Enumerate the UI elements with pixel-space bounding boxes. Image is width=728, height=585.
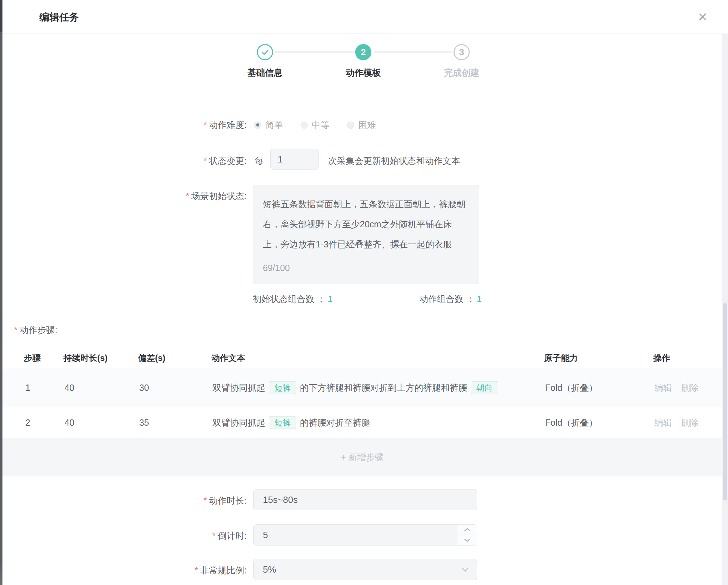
step-label-finish-create: 完成创建 (423, 67, 500, 79)
cell-ability: Fold（折叠） (545, 417, 598, 428)
check-icon (260, 47, 270, 57)
col-header-operation: 操作 (653, 352, 670, 364)
required-asterisk: * (186, 191, 189, 201)
col-header-step: 步骤 (24, 352, 41, 364)
radio-label: 困难 (358, 119, 376, 131)
col-header-deviation: 偏差(s) (138, 352, 165, 364)
unusual-ratio-value: 5% (263, 564, 276, 575)
state-change-prefix: 每 (255, 155, 264, 167)
increase-button[interactable] (457, 525, 477, 535)
chevron-down-icon (464, 538, 470, 542)
radio-simple[interactable]: 简单 (254, 119, 283, 131)
dialog-header (2, 0, 728, 33)
col-header-action-text: 动作文本 (211, 352, 245, 364)
combo-value: 1 (477, 294, 482, 304)
unusual-ratio-select[interactable]: 5% (253, 559, 477, 580)
required-asterisk: * (203, 495, 207, 505)
cell-deviation: 30 (139, 382, 149, 393)
difficulty-label: *动作难度: (106, 119, 247, 131)
state-change-label: *状态变更: (106, 155, 247, 167)
state-change-input[interactable]: 1 (270, 149, 319, 170)
cell-step: 2 (25, 417, 30, 427)
close-icon[interactable]: ✕ (693, 8, 712, 26)
required-asterisk: * (203, 156, 207, 166)
duration-input[interactable]: 15s~80s (253, 489, 477, 510)
init-state-combo-count: 初始状态组合数 ：1 (253, 293, 333, 305)
action-steps-label: *动作步骤: (14, 324, 57, 336)
difficulty-radio-group: 简单 中等 困难 (254, 119, 376, 131)
table-row: 1 40 30 双臂协同抓起 短裤 的下方裤腿和裤腰对折到上方的裤腿和裤腰 朝向… (2, 368, 722, 407)
cell-action-text: 双臂协同抓起 短裤 的下方裤腿和裤腰对折到上方的裤腿和裤腰 朝向 (212, 381, 502, 394)
cell-operations: 编辑 删除 (654, 382, 699, 393)
cell-duration: 40 (64, 417, 74, 427)
scrollbar-thumb[interactable] (723, 303, 727, 500)
radio-hard[interactable]: 困难 (347, 119, 376, 131)
backdrop-page-edge (0, 0, 2, 585)
step-label-basic-info: 基础信息 (226, 67, 304, 79)
countdown-value: 5 (263, 530, 268, 540)
number-spinner (457, 525, 477, 545)
char-counter: 69/100 (263, 258, 290, 278)
edit-link[interactable]: 编辑 (654, 382, 672, 393)
delete-link[interactable]: 删除 (681, 417, 699, 428)
required-asterisk: * (195, 565, 198, 575)
cell-duration: 40 (64, 382, 74, 393)
delete-link[interactable]: 删除 (681, 382, 699, 393)
col-header-ability: 原子能力 (544, 352, 578, 364)
cell-operations: 编辑 删除 (654, 417, 699, 428)
stepper-connector (374, 51, 452, 53)
radio-circle (347, 122, 354, 129)
orientation-tag: 朝向 (471, 381, 498, 394)
countdown-number-input[interactable]: 5 (253, 524, 477, 546)
step-2-active-circle: 2 (355, 44, 371, 60)
radio-label: 中等 (312, 119, 329, 131)
countdown-label: *倒计时: (106, 530, 247, 542)
action-combo-count: 动作组合数 ：1 (419, 293, 482, 305)
cell-action-text: 双臂协同抓起 短裤 的裤腰对折至裤腿 (212, 416, 370, 429)
chevron-down-icon (461, 565, 470, 574)
decrease-button[interactable] (457, 535, 477, 545)
step-1-done-circle (257, 44, 273, 60)
edit-link[interactable]: 编辑 (654, 417, 672, 428)
radio-label: 简单 (265, 119, 283, 131)
table-row: 2 40 35 双臂协同抓起 短裤 的裤腰对折至裤腿 Fold（折叠） 编辑 删… (2, 407, 722, 438)
chevron-up-icon (464, 528, 470, 531)
scene-init-text: 短裤五条数据背面朝上，五条数据正面朝上，裤腰朝右，离头部视野下方至少20cm之外… (263, 199, 465, 249)
dialog-title: 编辑任务 (39, 11, 79, 24)
cell-step: 1 (25, 382, 30, 393)
object-tag: 短裤 (269, 416, 296, 429)
combo-value: 1 (328, 294, 333, 304)
state-change-suffix: 次采集会更新初始状态和动作文本 (328, 155, 460, 167)
required-asterisk: * (14, 325, 18, 335)
unusual-ratio-label: *非常规比例: (106, 565, 247, 576)
scene-init-label: *场景初始状态: (106, 190, 247, 202)
radio-circle-selected (254, 122, 261, 129)
add-step-button[interactable]: + 新增步骤 (2, 438, 722, 476)
step-3-wait-circle: 3 (454, 44, 470, 60)
required-asterisk: * (212, 531, 216, 541)
object-tag: 短裤 (269, 381, 296, 394)
cell-ability: Fold（折叠） (545, 382, 598, 393)
required-asterisk: * (203, 120, 207, 130)
duration-label: *动作时长: (106, 495, 247, 506)
step-label-action-template: 动作模板 (325, 67, 402, 79)
radio-medium[interactable]: 中等 (301, 119, 329, 131)
col-header-duration: 持续时长(s) (63, 352, 107, 364)
cell-deviation: 35 (139, 417, 149, 427)
radio-circle (301, 122, 308, 129)
scene-init-textarea[interactable]: 短裤五条数据背面朝上，五条数据正面朝上，裤腰朝右，离头部视野下方至少20cm之外… (253, 185, 479, 284)
stepper-connector (275, 51, 354, 53)
